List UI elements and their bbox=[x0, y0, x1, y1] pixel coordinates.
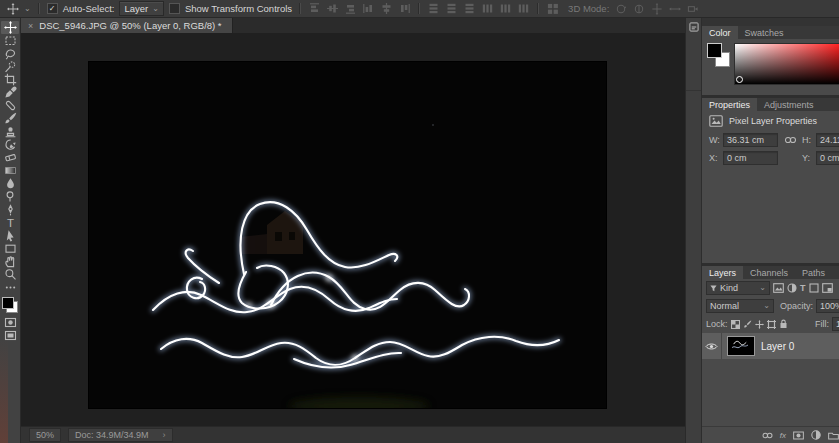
filter-pixel-layers-icon[interactable] bbox=[773, 283, 784, 293]
filter-adjustment-layers-icon[interactable] bbox=[787, 283, 797, 293]
3d-orbit-icon[interactable] bbox=[614, 2, 627, 15]
eraser-tool[interactable] bbox=[1, 151, 19, 164]
crop-tool[interactable] bbox=[1, 73, 19, 86]
lock-artboard-icon[interactable] bbox=[767, 320, 776, 329]
screen-mode-button[interactable] bbox=[1, 329, 19, 342]
auto-select-dropdown[interactable]: Layer ⌄ bbox=[119, 1, 163, 16]
tab-properties[interactable]: Properties bbox=[702, 98, 757, 111]
quick-mask-button[interactable] bbox=[1, 316, 19, 329]
layer-style-fx-icon[interactable]: fx bbox=[780, 431, 786, 440]
distribute-horizontal-centers-button[interactable] bbox=[499, 2, 512, 15]
close-tab-icon[interactable]: × bbox=[28, 21, 33, 31]
blur-tool[interactable] bbox=[1, 177, 19, 190]
link-dimensions-icon[interactable] bbox=[782, 136, 798, 144]
gradient-tool[interactable] bbox=[1, 164, 19, 177]
type-tool[interactable]: T bbox=[1, 216, 19, 229]
lock-pixels-icon[interactable] bbox=[743, 320, 752, 329]
rectangle-tool[interactable] bbox=[1, 242, 19, 255]
blend-mode-dropdown[interactable]: Normal ⌄ bbox=[706, 299, 774, 313]
move-tool-preset-icon[interactable] bbox=[6, 2, 19, 15]
dock-divider bbox=[686, 90, 701, 91]
history-brush-tool[interactable] bbox=[1, 138, 19, 151]
move-tool[interactable] bbox=[1, 21, 19, 34]
hand-tool[interactable] bbox=[1, 255, 19, 268]
link-layers-icon[interactable] bbox=[762, 432, 773, 439]
tab-color[interactable]: Color bbox=[702, 26, 738, 39]
document-tab-title: DSC_5946.JPG @ 50% (Layer 0, RGB/8) * bbox=[39, 20, 221, 31]
zoom-tool[interactable] bbox=[1, 268, 19, 281]
filter-shape-layers-icon[interactable] bbox=[809, 283, 819, 293]
tab-layers[interactable]: Layers bbox=[702, 266, 743, 279]
lasso-tool[interactable] bbox=[1, 47, 19, 60]
align-top-edges-button[interactable] bbox=[308, 2, 321, 15]
layer-row-layer0[interactable]: Layer 0 bbox=[702, 333, 839, 359]
brush-tool[interactable] bbox=[1, 112, 19, 125]
3d-camera-icon[interactable] bbox=[686, 2, 699, 15]
lock-position-icon[interactable] bbox=[755, 320, 764, 329]
filter-kind-dropdown[interactable]: Kind ⌄ bbox=[706, 281, 770, 295]
align-bottom-edges-button[interactable] bbox=[344, 2, 357, 15]
document-size-indicator[interactable]: Doc: 34.9M/34.9M › bbox=[68, 428, 173, 442]
align-horizontal-centers-button[interactable] bbox=[380, 2, 393, 15]
path-selection-tool[interactable] bbox=[1, 229, 19, 242]
lock-transparency-icon[interactable] bbox=[731, 320, 740, 329]
eyedropper-tool[interactable] bbox=[1, 86, 19, 99]
tool-preset-caret-icon[interactable]: ⌄ bbox=[24, 5, 31, 13]
document-tab[interactable]: × DSC_5946.JPG @ 50% (Layer 0, RGB/8) * bbox=[21, 18, 233, 33]
separator bbox=[537, 3, 539, 14]
add-layer-mask-icon[interactable] bbox=[793, 431, 804, 440]
opacity-dropdown[interactable]: 100% ⌄ bbox=[816, 299, 839, 313]
align-vertical-centers-button[interactable] bbox=[326, 2, 339, 15]
3d-pan-icon[interactable] bbox=[650, 2, 663, 15]
quick-selection-tool[interactable] bbox=[1, 60, 19, 73]
3d-slide-icon[interactable] bbox=[668, 2, 681, 15]
show-transform-checkbox[interactable] bbox=[169, 3, 180, 14]
tab-swatches[interactable]: Swatches bbox=[738, 26, 791, 39]
spot-healing-brush-tool[interactable] bbox=[1, 99, 19, 112]
foreground-color-swatch[interactable] bbox=[707, 43, 722, 58]
foreground-color-swatch[interactable] bbox=[2, 297, 14, 309]
new-adjustment-layer-icon[interactable] bbox=[811, 430, 821, 440]
filter-smart-objects-icon[interactable] bbox=[822, 283, 833, 293]
filter-type-layers-icon[interactable]: T bbox=[800, 283, 806, 293]
distribute-right-edges-button[interactable] bbox=[517, 2, 530, 15]
wallpaper-bleed bbox=[0, 338, 8, 443]
dodge-tool[interactable] bbox=[1, 190, 19, 203]
clone-stamp-tool[interactable] bbox=[1, 125, 19, 138]
align-right-edges-button[interactable] bbox=[398, 2, 411, 15]
height-field[interactable]: 24.11 cm bbox=[816, 133, 839, 147]
layer-thumbnail[interactable] bbox=[727, 336, 755, 356]
properties-panel-tabs: Properties Adjustments ≡ bbox=[702, 98, 839, 111]
auto-align-layers-button[interactable] bbox=[546, 2, 559, 15]
color-panel: Color Swatches ≡ bbox=[702, 26, 839, 95]
fill-dropdown[interactable]: 100% ⌄ bbox=[832, 317, 839, 331]
distribute-bottom-edges-button[interactable] bbox=[463, 2, 476, 15]
zoom-level-field[interactable]: 50% bbox=[29, 428, 61, 442]
lock-all-icon[interactable] bbox=[779, 319, 788, 329]
width-field[interactable]: 36.31 cm bbox=[723, 133, 778, 147]
photo-light-painting[interactable] bbox=[89, 62, 606, 408]
distribute-left-edges-button[interactable] bbox=[481, 2, 494, 15]
x-field[interactable]: 0 cm bbox=[723, 151, 778, 165]
color-picker-marker bbox=[736, 76, 743, 83]
auto-select-checkbox[interactable]: ✓ bbox=[47, 3, 58, 14]
marquee-tool[interactable] bbox=[1, 34, 19, 47]
saturation-brightness-picker[interactable] bbox=[734, 43, 839, 85]
tab-paths[interactable]: Paths bbox=[795, 266, 832, 279]
distribute-top-edges-button[interactable] bbox=[427, 2, 440, 15]
distribute-vertical-centers-button[interactable] bbox=[445, 2, 458, 15]
y-field[interactable]: 0 cm bbox=[816, 151, 839, 165]
status-menu-chevron-icon[interactable]: › bbox=[163, 430, 166, 440]
new-group-folder-icon[interactable] bbox=[828, 431, 839, 440]
filter-funnel-icon bbox=[710, 285, 717, 292]
edit-toolbar-button[interactable] bbox=[1, 281, 19, 294]
align-left-edges-button[interactable] bbox=[362, 2, 375, 15]
tab-adjustments[interactable]: Adjustments bbox=[757, 98, 821, 111]
tab-channels[interactable]: Channels bbox=[743, 266, 795, 279]
3d-roll-icon[interactable] bbox=[632, 2, 645, 15]
canvas-workspace[interactable] bbox=[21, 33, 685, 426]
pen-tool[interactable] bbox=[1, 203, 19, 216]
layer-visibility-eye-icon[interactable] bbox=[702, 333, 722, 359]
svg-text:T: T bbox=[6, 217, 13, 229]
history-panel-icon[interactable] bbox=[689, 22, 699, 32]
